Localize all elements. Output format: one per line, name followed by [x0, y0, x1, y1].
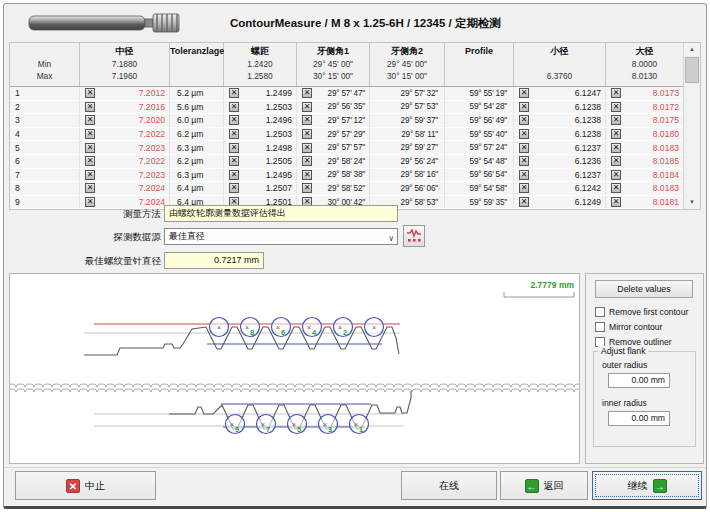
- checkbox-marked-icon[interactable]: [519, 115, 529, 125]
- scroll-up-icon[interactable]: ▲: [684, 43, 700, 56]
- checkbox-marked-icon[interactable]: [519, 102, 529, 112]
- checkbox-marked-icon[interactable]: [519, 88, 529, 98]
- checkbox-marked-icon[interactable]: [302, 102, 312, 112]
- checkbox-marked-icon[interactable]: [611, 143, 621, 153]
- table-row[interactable]: 4 7.2022 6.2 µm 1.2503 29° 57' 29" 29° 5…: [10, 128, 684, 142]
- checkbox-marked-icon[interactable]: [611, 129, 621, 139]
- table-row[interactable]: 2 7.2016 5.6 µm 1.2503 29° 56' 35" 29° 5…: [10, 101, 684, 115]
- table-row[interactable]: 3 7.2020 6.0 µm 1.2496 29° 57' 12" 29° 5…: [10, 114, 684, 128]
- checkbox-marked-icon[interactable]: [229, 88, 239, 98]
- back-button[interactable]: ← 返回: [500, 471, 588, 500]
- screenshot-stage: ContourMeasure / M 8 x 1.25-6H / 12345 /…: [0, 0, 710, 512]
- checkbox-marked-icon[interactable]: [611, 88, 621, 98]
- checkbox-marked-icon[interactable]: [611, 183, 621, 193]
- checkbox-marked-icon[interactable]: [302, 115, 312, 125]
- table-row[interactable]: 7 7.2023 6.3 µm 1.2495 29° 58' 38" 29° 5…: [10, 169, 684, 183]
- contour-plot-panel[interactable]: 2.7779 mm ××8×6×4×2× ×9×7×5×3×1: [9, 273, 580, 464]
- table-column-header[interactable]: 大径8.00008.0130: [606, 43, 684, 87]
- online-button-label: 在线: [439, 479, 459, 493]
- table-row[interactable]: 1 7.2012 5.2 µm 1.2499 29° 57' 47" 29° 5…: [10, 87, 684, 101]
- svg-text:9: 9: [235, 425, 239, 434]
- table-scrollbar[interactable]: ▲ ▼: [683, 43, 700, 209]
- scrollbar-thumb[interactable]: [685, 57, 699, 83]
- checkbox-marked-icon[interactable]: [302, 156, 312, 166]
- inner-radius-label: inner radius: [602, 398, 647, 408]
- svg-text:×: ×: [261, 421, 265, 428]
- table-column-header[interactable]: 牙侧角129° 45' 00"30° 15' 00": [297, 43, 370, 87]
- source-select[interactable]: 最佳直径 ∨: [164, 228, 398, 245]
- source-select-value: 最佳直径: [169, 231, 205, 241]
- checkbox-marked-icon[interactable]: [302, 170, 312, 180]
- checkbox-marked-icon[interactable]: [85, 102, 95, 112]
- table-row[interactable]: 8 7.2024 6.4 µm 1.2507 29° 58' 52" 29° 5…: [10, 182, 684, 196]
- table-column-header[interactable]: 牙侧角229° 45' 00"30° 15' 00": [370, 43, 445, 87]
- svg-text:×: ×: [338, 324, 342, 331]
- checkbox-marked-icon[interactable]: [611, 115, 621, 125]
- checkbox-marked-icon[interactable]: [519, 143, 529, 153]
- remove-first-contour-label: Remove first contour: [609, 307, 688, 317]
- inner-radius-field[interactable]: 0.00 mm: [608, 411, 670, 426]
- checkbox-marked-icon[interactable]: [85, 115, 95, 125]
- mirror-contour-option[interactable]: Mirror contour: [595, 320, 662, 333]
- svg-text:×: ×: [292, 421, 296, 428]
- svg-text:×: ×: [230, 421, 234, 428]
- table-header: MinMax 中径7.18807.1960 Toleranzlage 螺距1.2…: [10, 43, 684, 87]
- checkbox-marked-icon[interactable]: [302, 88, 312, 98]
- checkbox-marked-icon[interactable]: [611, 170, 621, 180]
- probe-source-button[interactable]: [403, 225, 425, 247]
- abort-button[interactable]: ✕ 中止: [15, 471, 156, 500]
- checkbox-marked-icon[interactable]: [229, 170, 239, 180]
- table-body: 1 7.2012 5.2 µm 1.2499 29° 57' 47" 29° 5…: [10, 87, 684, 209]
- footer-separator: [4, 467, 706, 468]
- scroll-down-icon[interactable]: ▼: [684, 196, 700, 209]
- checkbox-marked-icon[interactable]: [229, 183, 239, 193]
- checkbox-marked-icon[interactable]: [85, 156, 95, 166]
- table-column-header[interactable]: Toleranzlage: [170, 43, 224, 87]
- checkbox-marked-icon[interactable]: [519, 170, 529, 180]
- checkbox-marked-icon[interactable]: [229, 156, 239, 166]
- checkbox-marked-icon[interactable]: [85, 170, 95, 180]
- mirror-contour-checkbox[interactable]: [595, 322, 605, 332]
- checkbox-marked-icon[interactable]: [85, 129, 95, 139]
- thread-plug-gauge-icon: [28, 12, 182, 34]
- checkbox-marked-icon[interactable]: [85, 143, 95, 153]
- checkbox-marked-icon[interactable]: [519, 183, 529, 193]
- table-row[interactable]: 5 7.2023 6.3 µm 1.2498 29° 57' 57" 29° 5…: [10, 141, 684, 155]
- checkbox-marked-icon[interactable]: [229, 115, 239, 125]
- checkbox-marked-icon[interactable]: [85, 183, 95, 193]
- checkbox-marked-icon[interactable]: [229, 143, 239, 153]
- remove-outliner-label: Remove outliner: [609, 337, 672, 347]
- checkbox-marked-icon[interactable]: [85, 88, 95, 98]
- outer-radius-field[interactable]: 0.00 mm: [608, 373, 670, 388]
- checkbox-marked-icon[interactable]: [611, 197, 621, 207]
- svg-text:3: 3: [328, 425, 332, 434]
- table-column-header[interactable]: 螺距1.24201.2580: [224, 43, 297, 87]
- online-button[interactable]: 在线: [401, 471, 497, 500]
- table-row[interactable]: 6 7.2022 6.2 µm 1.2505 29° 58' 24" 29° 5…: [10, 155, 684, 169]
- table-column-header[interactable]: 中径7.18807.1960: [80, 43, 170, 87]
- plot-tools-panel: Delete values Remove first contour Mirro…: [585, 273, 704, 464]
- checkbox-marked-icon[interactable]: [302, 183, 312, 193]
- remove-outliner-checkbox[interactable]: [595, 337, 605, 347]
- method-field[interactable]: 由螺纹轮廓测量数据评估得出: [164, 205, 398, 222]
- checkbox-marked-icon[interactable]: [229, 129, 239, 139]
- back-button-label: 返回: [544, 479, 564, 493]
- table-column-header[interactable]: MinMax: [10, 43, 80, 87]
- remove-first-contour-option[interactable]: Remove first contour: [595, 305, 688, 318]
- wire-diameter-field[interactable]: 0.7217 mm: [164, 252, 264, 269]
- checkbox-marked-icon[interactable]: [519, 156, 529, 166]
- delete-values-button[interactable]: Delete values: [595, 280, 693, 298]
- checkbox-marked-icon[interactable]: [302, 129, 312, 139]
- checkbox-marked-icon[interactable]: [611, 156, 621, 166]
- remove-first-contour-checkbox[interactable]: [595, 307, 605, 317]
- table-column-header[interactable]: 小径6.3760: [514, 43, 606, 87]
- table-column-header[interactable]: Profile: [445, 43, 514, 87]
- svg-text:×: ×: [354, 421, 358, 428]
- checkbox-marked-icon[interactable]: [519, 129, 529, 139]
- contour-measure-window: ContourMeasure / M 8 x 1.25-6H / 12345 /…: [3, 3, 707, 509]
- continue-button[interactable]: 继续 →: [592, 471, 702, 500]
- checkbox-marked-icon[interactable]: [229, 102, 239, 112]
- checkbox-marked-icon[interactable]: [302, 143, 312, 153]
- checkbox-marked-icon[interactable]: [519, 197, 529, 207]
- checkbox-marked-icon[interactable]: [611, 102, 621, 112]
